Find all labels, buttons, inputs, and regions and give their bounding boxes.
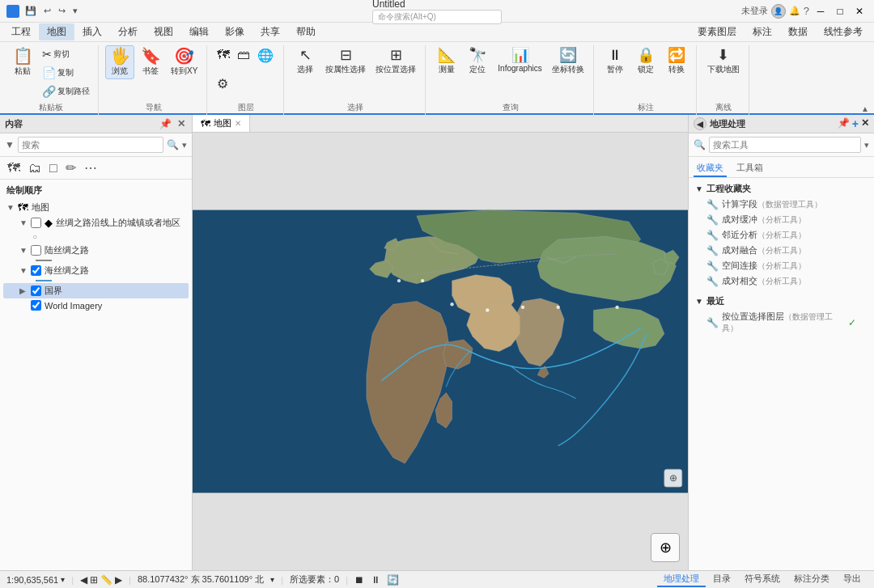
geo-item-spatial-join[interactable]: 🔧 空间连接（分析工具） xyxy=(695,258,868,273)
goto-xy-button[interactable]: 🎯 转到XY xyxy=(167,45,202,79)
map-nav-widget[interactable]: ⊕ xyxy=(651,533,680,562)
geo-add-button[interactable]: + xyxy=(852,117,859,130)
map-tab[interactable]: 🗺 地图 ✕ xyxy=(193,115,250,132)
border-expand-icon[interactable]: ▶ xyxy=(19,286,28,295)
menu-gongcheng[interactable]: 工程 xyxy=(3,23,39,40)
convert-button[interactable]: 🔁 转换 xyxy=(662,45,691,78)
select-by-loc-button[interactable]: ⊞ 按位置选择 xyxy=(371,45,420,78)
layer-item-land-silk[interactable]: ▼ 陆丝绸之路 xyxy=(3,243,189,258)
stop-btn[interactable]: ⏹ xyxy=(354,574,364,586)
download-map-button[interactable]: ⬇ 下载地图 xyxy=(703,45,744,78)
nav-next[interactable]: ▶ xyxy=(115,574,122,586)
browse-button[interactable]: 🖐 浏览 xyxy=(105,45,134,79)
map-tab-close[interactable]: ✕ xyxy=(235,119,241,128)
geo-section-project-header[interactable]: ▼ 工程收藏夹 xyxy=(695,181,868,197)
layer-item-map[interactable]: ▼ 🗺 地图 xyxy=(3,200,189,215)
layer-item-border[interactable]: ▶ 国界 xyxy=(3,283,189,298)
cities-expand-icon[interactable]: ▼ xyxy=(19,218,28,227)
redo-btn[interactable]: ↪ xyxy=(56,5,68,17)
select-button[interactable]: ↖ 选择 xyxy=(291,45,320,78)
filter-by-map-button[interactable]: 🗺 xyxy=(5,160,23,176)
locate-button[interactable]: 🔭 定位 xyxy=(463,45,492,78)
geo-pin-icon[interactable]: 📌 xyxy=(838,117,850,130)
nav-grid[interactable]: ⊞ xyxy=(90,574,98,586)
layer-item-sea-silk[interactable]: ▼ 海丝绸之路 xyxy=(3,263,189,278)
save-btn[interactable]: 💾 xyxy=(23,5,39,17)
coord-dropdown[interactable]: ▾ xyxy=(270,575,274,584)
map-view[interactable]: ⊕ xyxy=(193,133,688,570)
geo-item-select-by-loc[interactable]: 🔧 按位置选择图层（数据管理工具） ✓ xyxy=(695,309,868,336)
layer-style-button[interactable]: 🗃 xyxy=(234,45,253,65)
select-by-attr-button[interactable]: ⊟ 按属性选择 xyxy=(321,45,370,78)
panel-close-icon[interactable]: ✕ xyxy=(176,117,187,130)
menu-bianji[interactable]: 编辑 xyxy=(181,23,217,40)
pause-button[interactable]: ⏸ 暂停 xyxy=(600,45,630,78)
map-canvas[interactable]: ⊕ ⊕ xyxy=(193,133,688,570)
nav-prev[interactable]: ◀ xyxy=(80,574,87,586)
menu-xianxing[interactable]: 线性参考 xyxy=(816,23,871,40)
draw-tool-button[interactable]: ✏ xyxy=(63,159,78,176)
add-data-button[interactable]: 🗺 xyxy=(214,45,233,65)
coord-convert-button[interactable]: 🔄 坐标转换 xyxy=(548,45,588,78)
geo-item-calc-field[interactable]: 🔧 计算字段（数据管理工具） xyxy=(695,197,868,212)
menu-biaozhu[interactable]: 标注 xyxy=(745,23,780,40)
geo-section-recent-header[interactable]: ▼ 最近 xyxy=(695,294,868,309)
menu-fenxi[interactable]: 分析 xyxy=(110,23,146,40)
geo-search-input[interactable] xyxy=(709,137,861,153)
geo-search-dropdown[interactable]: ▾ xyxy=(864,140,869,150)
bottom-tab-geo[interactable]: 地理处理 xyxy=(657,572,706,587)
nav-ruler[interactable]: 📏 xyxy=(100,574,112,586)
content-search-input[interactable] xyxy=(18,137,163,153)
content-search-button[interactable]: 🔍 xyxy=(167,139,179,150)
scale-indicator[interactable]: 1:90,635,561 ▾ xyxy=(6,575,65,585)
geo-close-icon[interactable]: ✕ xyxy=(861,117,869,130)
layer-item-cities[interactable]: ▼ ◆ 丝绸之路沿线上的城镇或者地区 xyxy=(3,215,189,231)
group-layer-button[interactable]: 🗂 xyxy=(26,160,44,176)
minimize-button[interactable]: ─ xyxy=(812,3,829,19)
menu-shuju[interactable]: 数据 xyxy=(780,23,816,40)
land-silk-checkbox[interactable] xyxy=(31,245,41,256)
more-btn[interactable]: ▾ xyxy=(70,5,80,17)
geo-back-button[interactable]: ◀ xyxy=(694,117,706,130)
layer-more-btn[interactable]: ⋯ xyxy=(82,159,100,176)
imagery-checkbox[interactable] xyxy=(31,300,41,311)
undo-btn[interactable]: ↩ xyxy=(41,5,53,17)
maximize-button[interactable]: □ xyxy=(832,3,848,19)
ribbon-expand-button[interactable]: ▲ xyxy=(859,103,871,115)
bookmark-button[interactable]: 🔖 书签 xyxy=(136,45,165,79)
cut-button[interactable]: ✂ 剪切 xyxy=(39,45,93,63)
menu-shitu[interactable]: 视图 xyxy=(146,23,181,40)
layer-more-button[interactable]: ⚙ xyxy=(214,74,231,94)
command-search[interactable]: 命令搜索(Alt+Q) xyxy=(372,10,502,24)
map-expand-icon[interactable]: ▼ xyxy=(6,203,15,212)
sea-expand-icon[interactable]: ▼ xyxy=(19,266,28,275)
geo-item-pair-intersect[interactable]: 🔧 成对相交（分析工具） xyxy=(695,273,868,289)
layer-item-imagery[interactable]: World Imagery xyxy=(3,298,189,312)
menu-charu[interactable]: 插入 xyxy=(74,23,110,40)
geo-item-near-analysis[interactable]: 🔧 邻近分析（分析工具） xyxy=(695,227,868,243)
copy-button[interactable]: 📄 复制 xyxy=(39,64,93,82)
filter-dropdown-icon[interactable]: ▾ xyxy=(182,140,187,150)
infographics-button[interactable]: 📊 Infographics xyxy=(494,45,545,75)
bottom-tab-catalog[interactable]: 目录 xyxy=(706,572,737,587)
cities-checkbox[interactable] xyxy=(31,218,41,228)
menu-bangzhu[interactable]: 帮助 xyxy=(288,23,324,40)
copy-path-button[interactable]: 🔗 复制路径 xyxy=(39,82,93,100)
menu-yingxiang[interactable]: 影像 xyxy=(217,23,252,40)
new-group-button[interactable]: □ xyxy=(47,160,60,176)
bottom-tab-symbols[interactable]: 符号系统 xyxy=(738,572,787,587)
menu-yaosu[interactable]: 要素图层 xyxy=(689,23,745,40)
user-avatar[interactable]: 👤 xyxy=(771,4,786,19)
bell-icon[interactable]: 🔔 xyxy=(789,6,800,16)
scale-dropdown[interactable]: ▾ xyxy=(61,575,65,584)
lock-button[interactable]: 🔒 锁定 xyxy=(631,45,660,78)
pause-status-btn[interactable]: ⏸ xyxy=(371,574,380,586)
land-expand-icon[interactable]: ▼ xyxy=(19,246,28,255)
geo-tab-favorites[interactable]: 收藏夹 xyxy=(694,160,727,177)
panel-pin-icon[interactable]: 📌 xyxy=(158,117,173,130)
paste-button[interactable]: 📋 粘贴 xyxy=(8,45,37,79)
menu-ditu[interactable]: 地图 xyxy=(39,23,74,40)
help-icon[interactable]: ? xyxy=(804,5,809,17)
geo-item-pair-buffer[interactable]: 🔧 成对缓冲（分析工具） xyxy=(695,212,868,227)
sea-silk-checkbox[interactable] xyxy=(31,265,41,276)
